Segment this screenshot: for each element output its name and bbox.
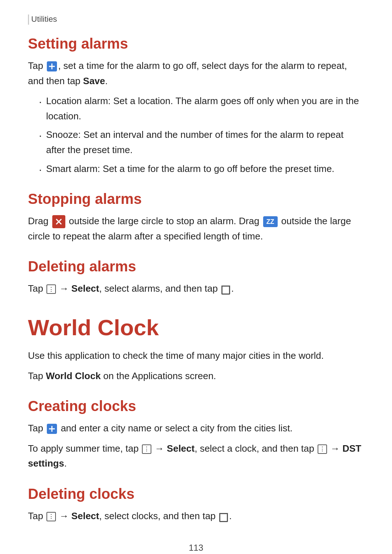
world-clock-section: World Clock Use this application to chec… — [28, 315, 364, 383]
setting-alarms-bullets: Location alarm: Set a location. The alar… — [39, 94, 364, 176]
bullet-desc-snooze: : Set an interval and the number of time… — [46, 129, 343, 155]
creating-clocks-text2: To apply summer time, tap ⋮ → Select, se… — [28, 441, 364, 471]
save-label: Save — [83, 75, 105, 86]
setting-alarms-section: Setting alarms Tap , set a time for the … — [28, 36, 364, 176]
dst-label: DST settings — [28, 443, 361, 469]
menu-icon-deleting-clocks: ⋮ — [46, 512, 56, 521]
bullet-location-alarm: Location alarm: Set a location. The alar… — [39, 94, 364, 124]
stopping-text1: outside the large circle to stop an alar… — [66, 216, 262, 226]
world-clock-desc1: Use this application to check the time o… — [28, 348, 364, 364]
creating-clocks-text1: Tap and enter a city name or select a ci… — [28, 421, 364, 436]
world-clock-desc2: Tap World Clock on the Applications scre… — [28, 369, 364, 384]
bullet-smart-alarm: Smart alarm: Set a time for the alarm to… — [39, 161, 364, 177]
deleting-alarms-text: Tap ⋮ → Select, select alarms, and then … — [28, 281, 364, 296]
zz-icon: ZZ — [263, 216, 278, 227]
select-label-alarms: Select — [72, 283, 99, 294]
deleting-alarms-section: Deleting alarms Tap ⋮ → Select, select a… — [28, 258, 364, 296]
deleting-clocks-section: Deleting clocks Tap ⋮ → Select, select c… — [28, 486, 364, 524]
setting-alarms-intro: Tap , set a time for the alarm to go off… — [28, 58, 364, 89]
page-number: 113 — [189, 543, 203, 553]
world-clock-heading: World Clock — [28, 315, 364, 340]
stopping-alarms-text: Drag outside the large circle to stop an… — [28, 214, 364, 244]
plus-icon — [47, 61, 57, 71]
bullet-snooze: Snooze: Set an interval and the number o… — [39, 127, 364, 157]
plus-icon-clocks — [47, 424, 57, 434]
category-label: Utilities — [28, 15, 364, 25]
trash-icon-clocks — [219, 512, 228, 522]
x-icon — [52, 215, 65, 228]
deleting-clocks-heading: Deleting clocks — [28, 486, 364, 502]
menu-icon-creating2: ⋮ — [318, 444, 327, 454]
trash-icon-alarms — [221, 284, 230, 294]
page-container: Utilities Setting alarms Tap , set a tim… — [0, 0, 392, 554]
menu-icon-alarms: ⋮ — [46, 284, 56, 294]
deleting-clocks-text: Tap ⋮ → Select, select clocks, and then … — [28, 509, 364, 524]
world-clock-desc2-suffix: on the Applications screen. — [101, 370, 216, 381]
creating-clocks-text1-body: and enter a city name or select a city f… — [58, 423, 293, 434]
creating-clocks-heading: Creating clocks — [28, 398, 364, 414]
select-label-deleting-clocks: Select — [72, 510, 99, 521]
bullet-term-smart: Smart alarm — [46, 163, 98, 174]
bullet-term-location: Location alarm — [46, 95, 108, 106]
setting-alarms-heading: Setting alarms — [28, 36, 364, 52]
world-clock-app-label: World Clock — [46, 370, 101, 381]
stopping-alarms-section: Stopping alarms Drag outside the large c… — [28, 191, 364, 244]
stopping-alarms-heading: Stopping alarms — [28, 191, 364, 207]
deleting-alarms-heading: Deleting alarms — [28, 258, 364, 275]
menu-icon-creating: ⋮ — [142, 444, 151, 454]
bullet-desc-smart: : Set a time for the alarm to go off bef… — [98, 163, 335, 174]
creating-clocks-section: Creating clocks Tap and enter a city nam… — [28, 398, 364, 471]
bullet-term-snooze: Snooze — [46, 129, 78, 140]
select-label-creating: Select — [167, 443, 195, 454]
